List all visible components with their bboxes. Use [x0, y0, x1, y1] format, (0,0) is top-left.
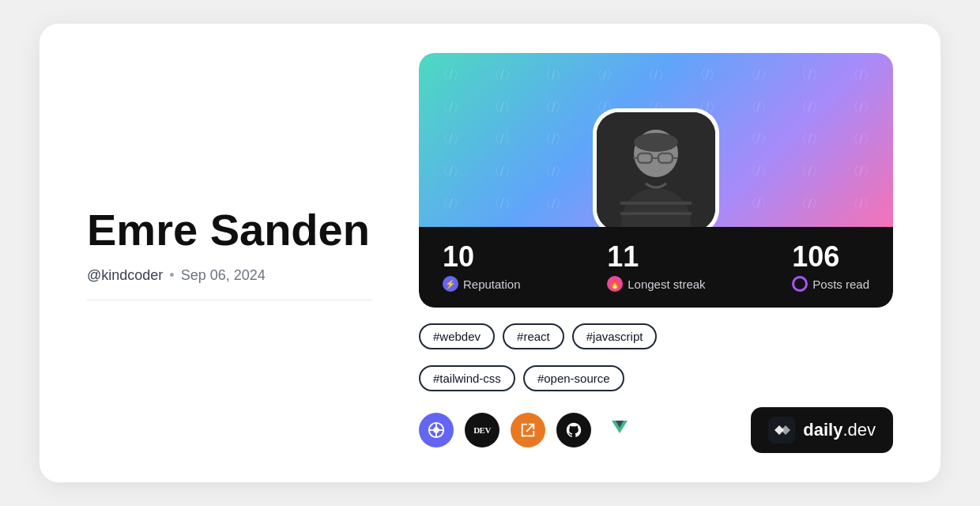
reputation-icon: ⚡ [443, 276, 458, 292]
user-meta: @kindcoder • Sep 06, 2024 [87, 267, 371, 284]
pattern-icon: 〈/〉 [734, 61, 782, 90]
pattern-icon: 〈/〉 [530, 61, 578, 90]
social-row: DEV [419, 407, 893, 453]
hashnode-icon[interactable] [511, 413, 545, 447]
pattern-icon: 〈/〉 [734, 190, 782, 219]
daily-dev-icon [768, 417, 795, 444]
avatar-image [597, 112, 715, 227]
posts-icon [792, 276, 808, 292]
posts-value: 106 [792, 243, 869, 271]
pattern-icon: 〈/〉 [632, 61, 680, 90]
reputation-label: Reputation [463, 278, 521, 291]
reputation-value: 10 [443, 243, 521, 271]
pattern-icon: 〈/〉 [478, 157, 526, 187]
pattern-icon: 〈/〉 [530, 126, 578, 155]
pattern-icon: 〈/〉 [530, 157, 578, 187]
pattern-icon: 〈/〉 [478, 93, 526, 123]
tag-open-source[interactable]: #open-source [523, 365, 624, 391]
streak-label: Longest streak [628, 278, 705, 291]
pattern-icon: 〈/〉 [427, 126, 475, 155]
pattern-icon: 〈/〉 [530, 93, 578, 123]
social-icons: DEV [419, 413, 637, 447]
streak-value: 11 [607, 243, 705, 271]
pattern-icon: 〈/〉 [478, 190, 526, 219]
pattern-icon: 〈/〉 [837, 126, 885, 155]
stat-streak: 11 🔥 Longest streak [607, 243, 705, 292]
pattern-icon: 〈/〉 [427, 190, 475, 219]
pattern-icon: 〈/〉 [683, 61, 731, 90]
tag-react[interactable]: #react [503, 323, 564, 349]
profile-banner: 〈/〉 〈/〉 〈/〉 〈/〉 〈/〉 〈/〉 〈/〉 〈/〉 〈/〉 〈/〉 … [419, 53, 893, 308]
avatar-wrapper [593, 108, 719, 227]
profile-card: Emre Sanden @kindcoder • Sep 06, 2024 〈/… [40, 24, 940, 482]
daily-dev-badge[interactable]: daily.dev [751, 407, 893, 453]
streak-label-row: 🔥 Longest streak [607, 276, 705, 292]
svg-point-7 [634, 133, 678, 152]
stat-posts: 106 Posts read [792, 243, 869, 292]
pattern-icon: 〈/〉 [530, 190, 578, 219]
github-icon[interactable] [556, 413, 591, 447]
pattern-icon: 〈/〉 [734, 126, 782, 155]
pattern-icon: 〈/〉 [837, 61, 885, 90]
daily-prefix: daily [803, 420, 842, 440]
separator: • [169, 267, 174, 284]
daily-suffix: .dev [842, 420, 876, 440]
posts-label-row: Posts read [792, 276, 869, 292]
dev-icon[interactable]: DEV [465, 413, 499, 447]
pattern-icon: 〈/〉 [837, 190, 885, 219]
pattern-icon: 〈/〉 [837, 157, 885, 187]
pattern-icon: 〈/〉 [786, 61, 834, 90]
right-panel: 〈/〉 〈/〉 〈/〉 〈/〉 〈/〉 〈/〉 〈/〉 〈/〉 〈/〉 〈/〉 … [419, 53, 893, 453]
tags-row-1: #webdev #react #javascript [419, 323, 893, 349]
avatar-ring [593, 108, 719, 227]
divider [87, 300, 371, 300]
tag-webdev[interactable]: #webdev [419, 323, 495, 349]
left-panel: Emre Sanden @kindcoder • Sep 06, 2024 [87, 206, 419, 300]
reputation-label-row: ⚡ Reputation [443, 276, 521, 292]
user-name: Emre Sanden [87, 206, 371, 255]
tag-tailwind[interactable]: #tailwind-css [419, 365, 515, 391]
pattern-icon: 〈/〉 [478, 61, 526, 90]
user-handle: @kindcoder [87, 267, 163, 284]
posts-label: Posts read [812, 278, 869, 291]
pattern-icon: 〈/〉 [427, 157, 475, 187]
pattern-icon: 〈/〉 [581, 61, 629, 90]
pattern-icon: 〈/〉 [427, 93, 475, 123]
gradient-background: 〈/〉 〈/〉 〈/〉 〈/〉 〈/〉 〈/〉 〈/〉 〈/〉 〈/〉 〈/〉 … [419, 53, 893, 227]
tags-row-2: #tailwind-css #open-source [419, 365, 893, 391]
tag-javascript[interactable]: #javascript [572, 323, 658, 349]
pattern-icon: 〈/〉 [786, 126, 834, 155]
vue-icon[interactable] [602, 413, 637, 447]
pattern-icon: 〈/〉 [734, 93, 782, 123]
stats-bar: 10 ⚡ Reputation 11 🔥 Longest streak 106 [419, 227, 893, 308]
pattern-icon: 〈/〉 [786, 93, 834, 123]
pattern-icon: 〈/〉 [734, 157, 782, 187]
avatar [597, 112, 715, 227]
pattern-icon: 〈/〉 [478, 126, 526, 155]
pattern-icon: 〈/〉 [427, 61, 475, 90]
stat-reputation: 10 ⚡ Reputation [443, 243, 521, 292]
streak-icon: 🔥 [607, 276, 623, 292]
pattern-icon: 〈/〉 [786, 157, 834, 187]
daily-dev-text: daily.dev [803, 420, 876, 440]
join-date: Sep 06, 2024 [181, 267, 266, 284]
pattern-icon: 〈/〉 [786, 190, 834, 219]
codepen-icon[interactable] [419, 413, 454, 447]
pattern-icon: 〈/〉 [837, 93, 885, 123]
